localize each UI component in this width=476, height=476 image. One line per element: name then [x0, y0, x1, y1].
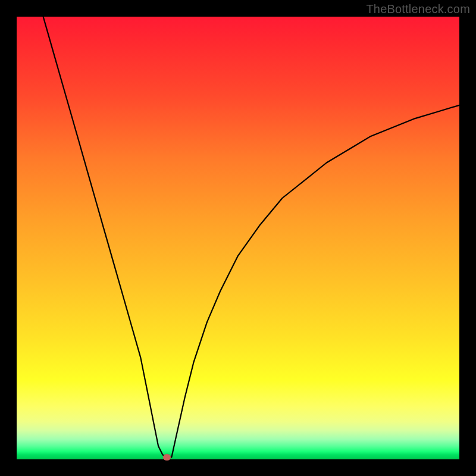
watermark-text: TheBottleneck.com [366, 2, 470, 16]
bottleneck-curve [43, 17, 459, 457]
curve-svg [17, 17, 459, 459]
chart-frame: TheBottleneck.com [0, 0, 476, 476]
plot-area [17, 17, 459, 459]
minimum-marker [163, 454, 171, 461]
